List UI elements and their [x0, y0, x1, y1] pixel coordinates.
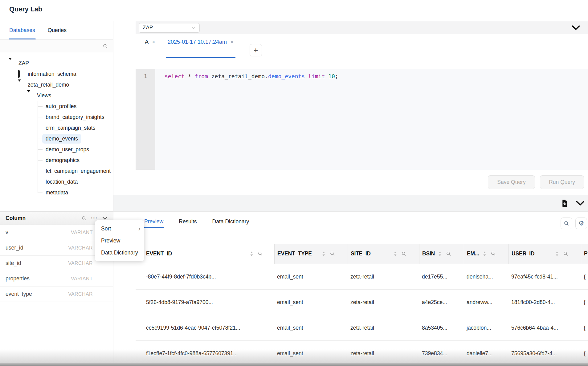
query-tab-1[interactable]: A✕ — [145, 34, 155, 59]
sort-icon[interactable] — [438, 251, 442, 256]
table-header-em-[interactable]: EM... — [464, 244, 508, 264]
tree-item-demo_user_props[interactable]: demo_user_props — [38, 144, 113, 155]
tree-item-auto_profiles[interactable]: auto_profiles — [38, 101, 113, 112]
sort-icon[interactable] — [394, 251, 397, 256]
context-menu: Sort›PreviewData Dictionary — [95, 220, 144, 261]
code-token-plain — [325, 73, 328, 79]
search-icon[interactable] — [402, 251, 406, 256]
table-row[interactable]: f1ecffe7-1fcf-4fc0-988a-6577607391...ema… — [136, 341, 588, 366]
tree-item-demographics[interactable]: demographics — [38, 155, 113, 166]
tree-item-zeta_retail_demo[interactable]: zeta_retail_demo — [0, 79, 113, 90]
menu-item-label: Data Dictionary — [101, 250, 138, 256]
tree-item-ZAP[interactable]: ZAP — [0, 58, 113, 69]
search-icon[interactable] — [330, 251, 335, 256]
table-cell: { — [581, 325, 588, 331]
tree-item-fct_campaign_engagement[interactable]: fct_campaign_engagement — [38, 166, 113, 177]
collapse-editor-icon[interactable] — [572, 25, 580, 30]
column-panel-title: Column — [6, 215, 26, 222]
sql-editor[interactable]: 1 select * from zeta_retail_demo.demo_ev… — [136, 69, 588, 170]
table-settings-button[interactable]: ⚙ — [575, 218, 587, 229]
table-header-bsin[interactable]: BSIN — [419, 244, 464, 264]
caret-down-icon[interactable] — [9, 60, 13, 67]
close-icon[interactable]: ✕ — [152, 39, 155, 44]
table-cell: 181ffc00-2d80-4... — [508, 299, 581, 306]
tree-item-information_schema[interactable]: information_schema — [0, 69, 113, 79]
caret-down-icon[interactable] — [18, 82, 22, 88]
table-header-user-id[interactable]: USER_ID — [508, 244, 581, 264]
table-cell: { — [581, 274, 588, 280]
code-token-identifier: demo_events — [268, 73, 305, 79]
results-tab-results[interactable]: Results — [178, 216, 197, 230]
editor-actions: Save Query Run Query — [136, 170, 588, 195]
code-token-keyword: from — [195, 73, 208, 79]
column-type: VARCHAR — [68, 291, 93, 297]
tree-item-brand_category_insights[interactable]: brand_category_insights — [38, 112, 113, 123]
sort-icon[interactable] — [250, 251, 253, 256]
table-cell: 97eaf45c-fcd8-41... — [508, 274, 581, 280]
table-cell: cc5c9199-51d6-4eac-9047-cf5078f21... — [136, 325, 274, 331]
sidebar-tab-databases[interactable]: Databases — [9, 21, 35, 39]
sidebar-search-input[interactable] — [0, 40, 113, 52]
run-query-button[interactable]: Run Query — [540, 175, 584, 189]
column-row-event_type[interactable]: event_typeVARCHAR — [0, 287, 113, 302]
sidebar-tab-queries[interactable]: Queries — [48, 21, 67, 39]
code-token-plain: ; — [335, 73, 338, 79]
table-cell: jacoblon... — [464, 325, 508, 331]
results-tab-preview[interactable]: Preview — [144, 216, 164, 230]
table-header-event-id[interactable]: EVENT_ID — [136, 244, 274, 264]
tree-item-location_data[interactable]: location_data — [38, 177, 113, 187]
table-row[interactable]: -80e7-44f9-8def-7fd0b3c4b...email_sentze… — [136, 264, 588, 290]
results-tab-data-dictionary[interactable]: Data Dictionary — [212, 216, 250, 230]
horizontal-scrollbar[interactable] — [0, 363, 588, 366]
table-cell: zeta-retail — [348, 274, 419, 280]
search-icon[interactable] — [258, 251, 263, 256]
table-cell: 5f26-4db8-9179-a7fa9700... — [136, 299, 274, 306]
table-row[interactable]: cc5c9199-51d6-4eac-9047-cf5078f21...emai… — [136, 315, 588, 341]
tree-item-Views[interactable]: Views — [0, 90, 113, 101]
sql-code[interactable]: select * from zeta_retail_demo.demo_even… — [155, 69, 338, 170]
collapse-results-icon[interactable] — [576, 201, 584, 206]
table-search-button[interactable] — [561, 218, 572, 229]
database-select[interactable]: ZAP — [139, 23, 200, 33]
tree-item-label: auto_profiles — [42, 102, 80, 111]
results-tabs: PreviewResultsData Dictionary — [144, 216, 250, 230]
sort-icon[interactable] — [555, 251, 559, 256]
add-tab-button[interactable]: + — [250, 44, 262, 56]
save-query-button[interactable]: Save Query — [488, 175, 535, 189]
search-icon[interactable] — [563, 251, 568, 256]
tree-item-label: location_data — [42, 177, 81, 187]
search-icon[interactable] — [491, 251, 496, 256]
table-row[interactable]: 5f26-4db8-9179-a7fa9700...email_sentzeta… — [136, 290, 588, 315]
query-tab-2[interactable]: 2025-01-17 10:17:24am✕ — [168, 34, 234, 59]
menu-item-data-dictionary[interactable]: Data Dictionary — [95, 247, 144, 259]
column-row-properties[interactable]: propertiesVARIANT — [0, 271, 113, 287]
table-header-icons — [438, 251, 464, 256]
more-icon[interactable]: ··· — [91, 217, 98, 220]
chevron-down-icon[interactable] — [102, 217, 108, 220]
export-file-icon[interactable] — [561, 199, 568, 207]
tree-item-demo_events[interactable]: demo_events — [38, 133, 113, 144]
table-header-event-type[interactable]: EVENT_TYPE — [274, 244, 348, 264]
database-select-value: ZAP — [143, 25, 153, 31]
sort-icon[interactable] — [322, 251, 325, 256]
sort-icon[interactable] — [483, 251, 486, 256]
tree-item-label: Views — [37, 92, 51, 99]
sidebar-search — [0, 40, 113, 52]
search-icon[interactable] — [82, 216, 86, 221]
tree-item-crm_campaign_stats[interactable]: crm_campaign_stats — [38, 123, 113, 133]
table-cell: email_sent — [274, 325, 348, 331]
table-cell: deniseha... — [464, 274, 508, 280]
table-cell: de17e55... — [419, 274, 464, 280]
search-icon[interactable] — [446, 251, 451, 256]
table-header-site-id[interactable]: SITE_ID — [348, 244, 419, 264]
menu-item-preview[interactable]: Preview — [95, 235, 144, 247]
column-type: VARIANT — [71, 276, 93, 282]
close-icon[interactable]: ✕ — [230, 39, 234, 44]
caret-right-icon[interactable] — [18, 71, 22, 77]
table-header-p[interactable]: P — [581, 244, 588, 264]
query-tabs: A✕2025-01-17 10:17:24am✕+ — [136, 34, 588, 59]
tree-item-metadata[interactable]: metadata — [38, 187, 113, 198]
column-type: VARIANT — [71, 230, 93, 235]
menu-item-sort[interactable]: Sort› — [95, 223, 144, 235]
caret-down-icon[interactable] — [27, 92, 31, 99]
